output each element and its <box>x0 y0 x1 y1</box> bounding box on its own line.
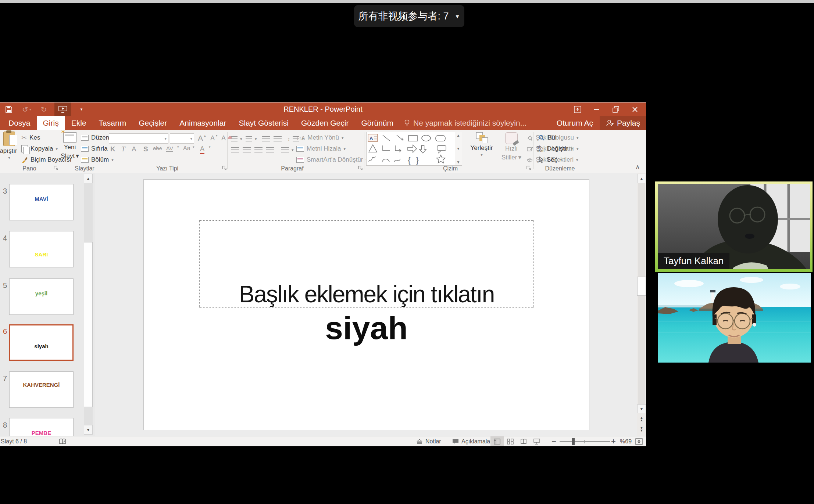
font-name-combo[interactable]: ▾ <box>109 133 168 144</box>
collapse-ribbon-icon[interactable]: ∧ <box>635 163 640 171</box>
section-button[interactable]: Bölüm ▾ <box>81 155 114 165</box>
yazi-tipi-dialog-launcher-icon[interactable] <box>222 166 227 170</box>
sign-in-button[interactable]: Oturum Aç <box>550 116 600 130</box>
clear-formatting-button[interactable]: A <box>221 133 232 143</box>
pano-dialog-launcher-icon[interactable] <box>54 166 58 170</box>
font-size-combo[interactable]: ▾ <box>170 133 194 144</box>
scroll-down-icon[interactable]: ▼ <box>637 404 646 413</box>
restore-icon[interactable] <box>606 102 625 116</box>
tab-tasarim[interactable]: Tasarım <box>93 116 133 130</box>
chevron-down-icon[interactable]: ▾ <box>177 145 179 149</box>
align-center-button[interactable] <box>243 145 251 155</box>
ribbon-display-options-icon[interactable] <box>568 102 587 116</box>
video-tile-participant[interactable] <box>658 273 811 363</box>
align-right-button[interactable] <box>254 145 263 155</box>
text-strike-abc-button[interactable]: abc <box>153 145 162 151</box>
slide-sorter-view-icon[interactable] <box>504 436 517 446</box>
chevron-down-icon[interactable]: ▾ <box>193 145 194 149</box>
find-button[interactable]: Bul <box>538 133 557 143</box>
tab-gorunum[interactable]: Görünüm <box>355 116 400 130</box>
zoom-slider-thumb[interactable] <box>572 438 575 445</box>
zoom-slider[interactable] <box>560 436 610 446</box>
underline-button[interactable]: A <box>132 145 136 153</box>
quick-styles-button[interactable]: Hızlı Stiller▾ <box>499 132 524 161</box>
align-left-button[interactable] <box>231 145 239 155</box>
tab-animasyonlar[interactable]: Animasyonlar <box>173 116 232 130</box>
slide-thumbnail-5[interactable]: yeşil <box>9 278 74 315</box>
notes-button[interactable]: Notlar <box>416 436 441 446</box>
justify-button[interactable] <box>266 145 274 155</box>
tab-gecisler[interactable]: Geçişler <box>132 116 173 130</box>
change-case-button[interactable]: Aa <box>183 145 190 152</box>
slide-thumbnail-4[interactable]: SARI <box>9 231 74 267</box>
thumbnail-scrollbar[interactable]: ▲ ▼ <box>84 174 93 435</box>
slide-body-text[interactable]: siyah <box>144 312 589 344</box>
slide-canvas[interactable]: Başlık eklemek için tıklatın siyah <box>143 179 589 430</box>
strikethrough-button[interactable]: S <box>143 145 148 153</box>
slide-thumbnail-6-selected[interactable]: siyah <box>9 324 74 361</box>
close-icon[interactable] <box>625 102 645 116</box>
share-button[interactable]: Paylaş <box>600 116 646 130</box>
participants-dropdown[interactable]: 所有非视频参与者: 7 ▼ <box>354 5 464 27</box>
columns-button[interactable]: ▾ <box>281 145 294 155</box>
redo-icon[interactable]: ↻ <box>39 104 49 115</box>
zoom-level[interactable]: %69 <box>620 436 632 446</box>
increase-indent-button[interactable] <box>274 134 282 144</box>
slideshow-view-icon[interactable] <box>530 436 543 446</box>
smartart-button[interactable]: SmartArt'a Dönüştür ▾ <box>296 155 368 165</box>
tab-ekle[interactable]: Ekle <box>65 116 93 130</box>
video-tile-active-speaker[interactable]: Tayfun Kalkan <box>655 181 813 272</box>
character-spacing-button[interactable]: AV <box>166 145 173 152</box>
bullets-button[interactable]: ▾ <box>231 134 242 144</box>
tab-dosya[interactable]: Dosya <box>2 116 37 130</box>
slide-thumbnail-8[interactable]: PEMBE <box>9 418 74 436</box>
previous-slide-icon[interactable]: ▲▲ <box>637 415 646 424</box>
select-button[interactable]: Seç ▾ <box>538 155 562 165</box>
scroll-down-icon[interactable]: ▼ <box>84 425 93 435</box>
undo-icon[interactable]: ↺▾ <box>20 104 33 115</box>
paste-button[interactable]: Yapıştır ▾ <box>0 132 18 160</box>
reset-button[interactable]: Sıfırla <box>81 144 107 154</box>
comments-button[interactable]: Açıklamalar <box>452 436 492 446</box>
grow-font-button[interactable]: A▴ <box>198 133 206 143</box>
fit-to-window-icon[interactable] <box>635 436 643 446</box>
qat-customize-icon[interactable]: ▾ <box>76 104 87 115</box>
tell-me-box[interactable]: Ne yapmak istediğinizi söyleyin... <box>404 116 526 130</box>
numbering-button[interactable]: ▾ <box>246 134 257 144</box>
cizim-dialog-launcher-icon[interactable] <box>526 166 531 170</box>
gallery-more-icon[interactable]: ▼ <box>457 160 460 164</box>
italic-button[interactable]: T <box>121 145 125 153</box>
title-placeholder[interactable]: Başlık eklemek için tıklatın <box>199 220 534 308</box>
tab-slayt-gosterisi[interactable]: Slayt Gösterisi <box>233 116 295 130</box>
slide-thumbnail-7[interactable]: KAHVERENGİ <box>9 371 74 408</box>
text-direction-button[interactable]: ↓↑A Metin Yönü ▾ <box>296 133 344 143</box>
zoom-slider-track[interactable] <box>560 441 610 442</box>
slide-thumbnail-3[interactable]: MAVİ <box>9 184 74 220</box>
zoom-out-icon[interactable]: − <box>551 436 556 446</box>
new-slide-button[interactable]: Yeni Slayt▾ <box>61 132 79 160</box>
gallery-up-icon[interactable]: ▲ <box>457 133 460 137</box>
normal-view-icon[interactable] <box>490 436 504 446</box>
scroll-up-icon[interactable]: ▲ <box>637 174 646 183</box>
save-icon[interactable] <box>3 104 15 115</box>
reading-view-icon[interactable] <box>517 436 530 446</box>
chevron-down-icon[interactable]: ▾ <box>209 145 211 149</box>
shapes-gallery-scrollbar[interactable]: ▲ ▼ ▼ <box>455 132 462 166</box>
spell-check-icon[interactable] <box>59 436 67 446</box>
paragraf-dialog-launcher-icon[interactable] <box>358 166 363 170</box>
minimize-icon[interactable] <box>587 102 606 116</box>
cut-button[interactable]: ✂ Kes <box>21 133 40 143</box>
bold-button[interactable]: K <box>110 145 115 153</box>
next-slide-icon[interactable]: ▼▼ <box>637 425 646 434</box>
zoom-in-icon[interactable]: + <box>611 436 616 446</box>
font-color-button[interactable]: A <box>200 145 204 154</box>
shapes-gallery[interactable]: A <box>366 132 455 166</box>
copy-button[interactable]: Kopyala ▾ <box>21 144 58 154</box>
gallery-down-icon[interactable]: ▼ <box>457 147 460 151</box>
tab-gozden-gecir[interactable]: Gözden Geçir <box>295 116 355 130</box>
align-text-button[interactable]: Metni Hizala ▾ <box>296 144 346 154</box>
editor-scrollbar-thumb[interactable] <box>637 277 646 296</box>
decrease-indent-button[interactable] <box>262 134 270 144</box>
thumbnail-scrollbar-thumb[interactable] <box>84 242 93 407</box>
replace-button[interactable]: ab➔ac Değiştir ▾ <box>537 144 573 154</box>
